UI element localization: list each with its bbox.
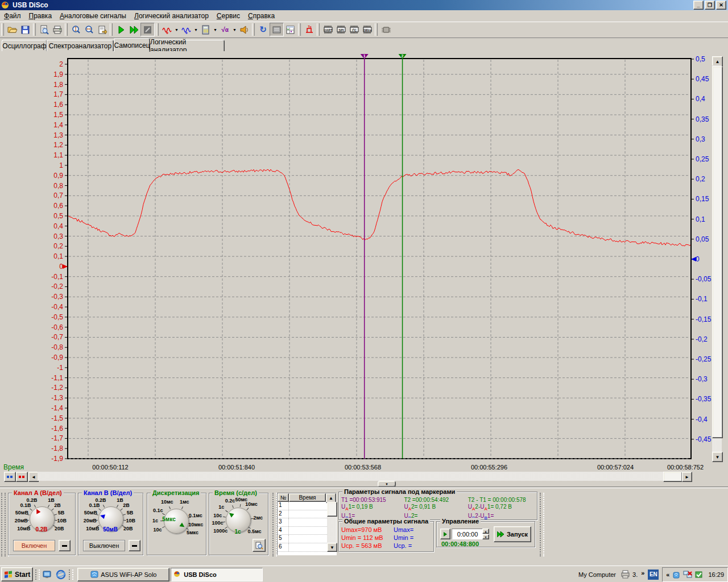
zoom-x-out-button[interactable] — [16, 472, 28, 482]
tray-collapse-chevron[interactable]: « — [666, 571, 669, 578]
panel-grip[interactable] — [272, 493, 277, 556]
menu-файл[interactable]: Файл — [0, 11, 25, 21]
tab-осциллограф[interactable]: Осциллограф — [2, 40, 47, 51]
gb-cha-toggle-button[interactable]: Включен — [13, 540, 55, 551]
channel-b-wave-dropdown-icon[interactable]: ▼ — [193, 23, 199, 36]
panel-grip[interactable] — [540, 493, 544, 556]
task-button-asus-wifi-ap-solo[interactable]: ASUS WiFi-AP Solo — [77, 568, 169, 581]
refresh-icon[interactable]: ↻ — [257, 23, 270, 36]
toolbar-grip[interactable] — [156, 23, 159, 36]
stop-icon[interactable] — [140, 23, 155, 36]
duration-field[interactable]: 0:00:00 — [452, 529, 483, 539]
uart-icon[interactable]: UART — [321, 23, 334, 36]
open-icon[interactable] — [6, 23, 19, 36]
gb-chb-scale-label: 0.1В — [89, 502, 100, 508]
v-scroll-thumb[interactable] — [712, 66, 723, 438]
run-fast-icon[interactable] — [127, 23, 140, 36]
restore-button[interactable]: ❐ — [705, 1, 715, 10]
menu-логический-анализатор[interactable]: Логический анализатор — [130, 11, 213, 21]
chip-icon[interactable] — [379, 23, 392, 36]
h-scroll-track[interactable] — [38, 472, 682, 481]
menu-справка[interactable]: Справка — [244, 11, 279, 21]
table-row[interactable]: 6 — [278, 543, 327, 552]
menu-сервис[interactable]: Сервис — [213, 11, 244, 21]
gb-chb-pointer[interactable] — [100, 513, 105, 519]
events-scroll-thumb[interactable] — [327, 502, 337, 517]
sound-icon[interactable] — [238, 23, 251, 36]
network-disconnected-tray-icon[interactable] — [683, 570, 692, 579]
gb-chb-toggle-button[interactable]: Выключен — [83, 540, 125, 551]
timebase-preview-button[interactable] — [253, 539, 266, 552]
menu-аналоговые-сигналы[interactable]: Аналоговые сигналы — [56, 11, 130, 21]
left-axis-label: 1,6 — [53, 101, 63, 109]
tab-самописец[interactable]: Самописец — [114, 38, 150, 52]
calculator-icon[interactable] — [199, 23, 212, 36]
1wire-icon[interactable]: 1Wire — [361, 23, 374, 36]
toolbar-grip[interactable] — [33, 23, 36, 36]
events-scrollbar[interactable]: ▼ — [327, 502, 336, 552]
close-button[interactable]: ✕ — [716, 1, 726, 10]
play-small-button[interactable] — [440, 529, 450, 539]
table-icon[interactable] — [284, 23, 297, 36]
toolbar-overflow-chevron[interactable]: » — [641, 569, 644, 576]
scheduler-tray-icon[interactable] — [694, 570, 704, 579]
minimize-button[interactable]: _ — [693, 1, 704, 10]
toolbar-grip[interactable] — [298, 23, 301, 36]
calculator-dropdown-icon[interactable]: ▼ — [212, 23, 218, 36]
h-scroll-right-arrow[interactable]: ► — [682, 472, 692, 482]
table-row[interactable]: 3 — [278, 518, 327, 527]
save-icon[interactable] — [19, 23, 32, 36]
channel-a-wave-icon[interactable] — [160, 23, 173, 36]
trigger-icon[interactable]: Тн — [303, 23, 316, 36]
print-preview-icon[interactable] — [38, 23, 51, 36]
spi-icon[interactable]: SPI — [334, 23, 348, 36]
gb-chb-collapse-button[interactable] — [129, 540, 140, 551]
tab-логический-анализатор[interactable]: Логический анализатор — [150, 40, 225, 51]
events-col-time[interactable]: Время — [289, 493, 326, 502]
toolbar-grip[interactable] — [110, 23, 113, 36]
channel-a-wave-dropdown-icon[interactable]: ▼ — [173, 23, 180, 36]
right-zero-marker[interactable] — [691, 257, 696, 261]
math-sqrt-icon[interactable]: √α — [218, 23, 231, 36]
tasks-grip[interactable] — [69, 569, 73, 580]
gb-tmb-scale-label: 100с — [212, 520, 224, 526]
toolbar-grip[interactable] — [65, 23, 68, 36]
start-button-taskbar[interactable]: Start — [1, 567, 33, 581]
zoom-vertical-icon[interactable] — [69, 23, 82, 36]
toolbar-grip[interactable] — [375, 23, 378, 36]
show-desktop-icon[interactable] — [42, 569, 52, 580]
print-icon[interactable] — [51, 23, 64, 36]
export-icon[interactable] — [96, 23, 109, 36]
printer-icon[interactable] — [621, 570, 630, 579]
gb-cha-collapse-button[interactable] — [59, 540, 71, 551]
events-scroll-down[interactable]: ▼ — [327, 543, 337, 552]
table-row[interactable]: 2 — [278, 510, 327, 519]
table-row[interactable]: 5 — [278, 535, 327, 543]
math-sqrt-dropdown-icon[interactable]: ▼ — [231, 23, 238, 36]
table-row[interactable]: 4 — [278, 527, 327, 535]
run-icon[interactable] — [114, 23, 127, 36]
display-icon[interactable] — [270, 23, 284, 36]
toolbar-grip[interactable] — [252, 23, 255, 36]
ie-browser-icon[interactable] — [56, 569, 66, 580]
menu-правка[interactable]: Правка — [25, 11, 56, 21]
toolbar-grip[interactable] — [317, 23, 320, 36]
right-axis-label: 0,4 — [696, 95, 705, 103]
wifi-utility-tray-icon[interactable] — [672, 570, 681, 579]
quicklaunch-grip[interactable] — [35, 569, 40, 580]
language-indicator[interactable]: EN — [648, 569, 659, 580]
toolbar-grip[interactable] — [1, 23, 4, 36]
start-button[interactable]: Запуск — [494, 526, 531, 542]
channel-b-wave-icon[interactable] — [180, 23, 193, 36]
duration-spinner[interactable]: ▲ ▼ — [482, 529, 489, 538]
my-computer-toolbar[interactable]: My Computer — [578, 571, 616, 578]
h-scroll-thumb[interactable] — [663, 472, 682, 482]
i2c-icon[interactable]: I²C — [348, 23, 361, 36]
v-scroll-down-arrow[interactable]: ▼ — [712, 452, 723, 462]
zoom-x-in-button[interactable] — [4, 472, 16, 482]
task-button-usb-disco[interactable]: USB DiSco — [171, 568, 263, 581]
left-zero-marker[interactable] — [63, 264, 68, 269]
table-row[interactable]: 1 — [278, 502, 327, 510]
zoom-horizontal-icon[interactable] — [82, 23, 96, 36]
tab-спектроанализатор[interactable]: Спектроанализатор — [47, 40, 114, 51]
